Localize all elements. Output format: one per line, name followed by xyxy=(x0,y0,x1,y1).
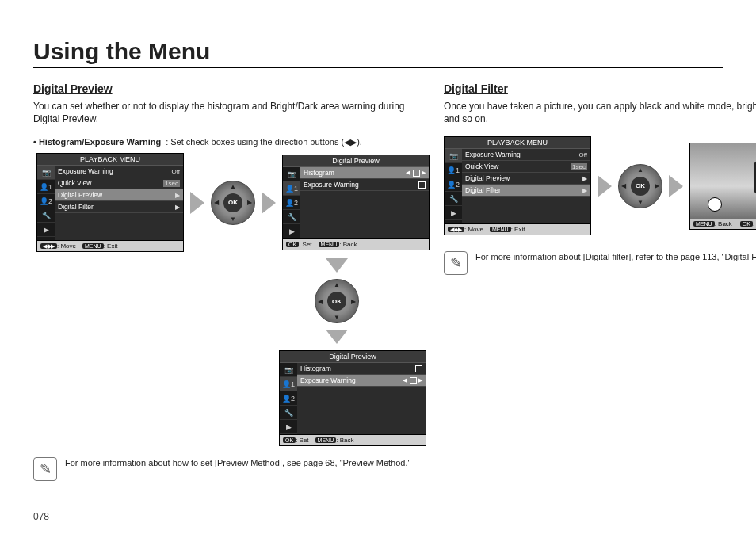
footer-move: : Move xyxy=(464,226,483,233)
ok-dial[interactable]: ▲▼◀▶ OK xyxy=(211,181,255,225)
tab-user2-icon: 👤2 xyxy=(445,177,462,192)
bullet-histogram-exposure: • Histogram/Exposure Warning : Set check… xyxy=(33,136,430,148)
arrow-down-icon xyxy=(326,258,348,273)
page-title: Using the Menu xyxy=(33,38,723,68)
menu-button-icon: MENU xyxy=(490,227,511,232)
screen-playback-menu-a: PLAYBACK MENU 📷 👤1 👤2 🔧 ▶ Exposure Warni… xyxy=(36,153,184,252)
arrow-right-icon xyxy=(669,175,683,197)
figure-col-down: ▲▼◀▶ OK Digital Preview 📷 👤1 👤2 🔧 ▶ xyxy=(279,257,426,446)
note-icon: ✎ xyxy=(33,457,57,481)
intro-digital-preview: You can set whether or not to display th… xyxy=(33,100,430,125)
arrow-right-icon xyxy=(598,175,612,197)
ok-button[interactable]: OK xyxy=(327,292,346,311)
row-digital-filter[interactable]: Digital Filter ▶ xyxy=(55,201,183,213)
row-exposure-warning[interactable]: Exposure Warning ◀▶ xyxy=(297,375,426,387)
row-label: Histogram xyxy=(304,169,334,177)
note-digital-filter: ✎ For more information about [Digital fi… xyxy=(444,251,756,275)
menu-button-icon: MENU xyxy=(315,437,337,443)
row-quick-view[interactable]: Quick View 1sec xyxy=(462,161,590,173)
row-value: Off xyxy=(171,168,180,175)
footer-set: : Set xyxy=(753,220,756,227)
note-text: For more information about how to set [P… xyxy=(65,457,410,469)
note-preview-method: ✎ For more information about how to set … xyxy=(33,457,430,481)
tab-play-icon: ▶ xyxy=(37,223,55,237)
screen-title: Digital Preview xyxy=(283,155,429,167)
column-digital-preview: Digital Preview You can set whether or n… xyxy=(33,82,430,481)
ok-key-icon: OK xyxy=(286,242,299,247)
heading-digital-filter: Digital Filter xyxy=(444,82,756,95)
screen-title: PLAYBACK MENU xyxy=(37,154,183,166)
screen-footer: OK: Set MENU: Back xyxy=(280,434,426,445)
row-exposure-warning[interactable]: Exposure Warning Off xyxy=(462,149,590,161)
tab-wrench-icon: 🔧 xyxy=(280,406,297,420)
screen-tabs: 📷 👤1 👤2 🔧 ▶ xyxy=(445,149,462,223)
note-text: For more information about [Digital filt… xyxy=(475,251,756,263)
transition-dial-right: ▲▼◀▶ OK xyxy=(596,164,685,208)
footer-move: : Move xyxy=(57,242,76,250)
heading-digital-preview: Digital Preview xyxy=(33,82,430,95)
tab-wrench-icon: 🔧 xyxy=(37,208,55,223)
menu-button-icon: MENU xyxy=(319,242,340,247)
tab-camera-icon: 📷 xyxy=(283,167,300,181)
tab-play-icon: ▶ xyxy=(283,224,300,238)
row-value: Off xyxy=(578,151,587,158)
row-label: Exposure Warning xyxy=(300,376,356,384)
tab-user2-icon: 👤2 xyxy=(37,194,55,208)
dpad-icon: ◀◆▶ xyxy=(448,227,464,232)
bullet-label: • Histogram/Exposure Warning xyxy=(33,136,161,148)
screen-footer: OK: Set MENU: Back xyxy=(283,238,429,250)
footer-set: : Set xyxy=(296,437,308,444)
row-digital-filter[interactable]: Digital Filter ▶ xyxy=(462,185,590,197)
tab-wrench-icon: 🔧 xyxy=(445,192,462,206)
row-label: Quick View xyxy=(465,162,498,170)
arrow-right-icon: ▶ xyxy=(175,204,180,211)
column-digital-filter: Digital Filter Once you have taken a pic… xyxy=(444,82,756,481)
row-label: Digital Filter xyxy=(465,186,501,194)
row-label: Digital Filter xyxy=(58,203,94,211)
row-digital-preview[interactable]: Digital Preview ▶ xyxy=(55,189,183,201)
footer-back: : Back xyxy=(715,220,732,227)
ok-button[interactable]: OK xyxy=(631,177,650,196)
row-histogram[interactable]: Histogram ◀▶ xyxy=(300,167,429,179)
checkbox-icon[interactable] xyxy=(418,181,426,189)
dpad-icon: ◀◆▶ xyxy=(40,243,57,249)
screen-digital-preview-1: Digital Preview 📷 👤1 👤2 🔧 ▶ Histogram ◀▶ xyxy=(282,155,430,250)
ok-key-icon: OK xyxy=(283,437,296,443)
checkbox-group[interactable]: ◀▶ xyxy=(406,170,426,177)
ok-dial[interactable]: ▲▼◀▶ OK xyxy=(618,164,662,208)
ok-button[interactable]: OK xyxy=(223,193,242,212)
screen-digital-preview-2: Digital Preview 📷 👤1 👤2 🔧 ▶ Histogram xyxy=(279,350,426,446)
ok-key-icon: OK xyxy=(740,221,753,227)
checkbox-icon[interactable] xyxy=(415,365,422,372)
row-exposure-warning[interactable]: Exposure Warning xyxy=(300,179,429,191)
arrow-down-icon xyxy=(326,330,348,344)
row-histogram[interactable]: Histogram xyxy=(297,363,426,375)
intro-digital-filter: Once you have taken a picture, you can a… xyxy=(444,100,756,125)
screen-tabs: 📷 👤1 👤2 🔧 ▶ xyxy=(37,166,55,240)
two-column-layout: Digital Preview You can set whether or n… xyxy=(33,82,723,481)
tab-user2-icon: 👤2 xyxy=(283,196,300,210)
row-label: Histogram xyxy=(300,364,331,372)
arrow-right-icon: ▶ xyxy=(175,192,180,199)
row-label: Quick View xyxy=(58,179,91,187)
footer-set: : Set xyxy=(299,241,311,248)
ok-dial[interactable]: ▲▼◀▶ OK xyxy=(315,279,359,323)
footer-exit: : Exit xyxy=(104,242,118,250)
photo-footer: MENU: Back OK: Set xyxy=(690,219,756,229)
bullet-text: : Set check boxes using the direction bu… xyxy=(166,136,430,148)
row-exposure-warning[interactable]: Exposure Warning Off xyxy=(55,166,183,177)
screen-title: PLAYBACK MENU xyxy=(445,137,590,149)
tab-user2-icon: 👤2 xyxy=(280,391,297,406)
menu-list: Exposure Warning Off Quick View 1sec Dig… xyxy=(55,166,183,240)
checkbox-group[interactable]: ◀▶ xyxy=(403,377,422,384)
row-quick-view[interactable]: Quick View 1sec xyxy=(55,177,183,189)
row-label: Exposure Warning xyxy=(58,167,113,175)
tab-play-icon: ▶ xyxy=(445,206,462,220)
screen-footer: ◀◆▶: Move MENU: Exit xyxy=(445,223,590,235)
arrow-right-icon: ▶ xyxy=(582,187,587,194)
row-digital-preview[interactable]: Digital Preview ▶ xyxy=(462,173,590,185)
arrow-right-icon: ▶ xyxy=(582,175,587,182)
figure-row-filter: PLAYBACK MENU 📷 👤1 👤2 🔧 ▶ Exposure Warni… xyxy=(444,136,756,235)
row-value: 1sec xyxy=(571,163,587,170)
tab-camera-icon: 📷 xyxy=(445,149,462,163)
